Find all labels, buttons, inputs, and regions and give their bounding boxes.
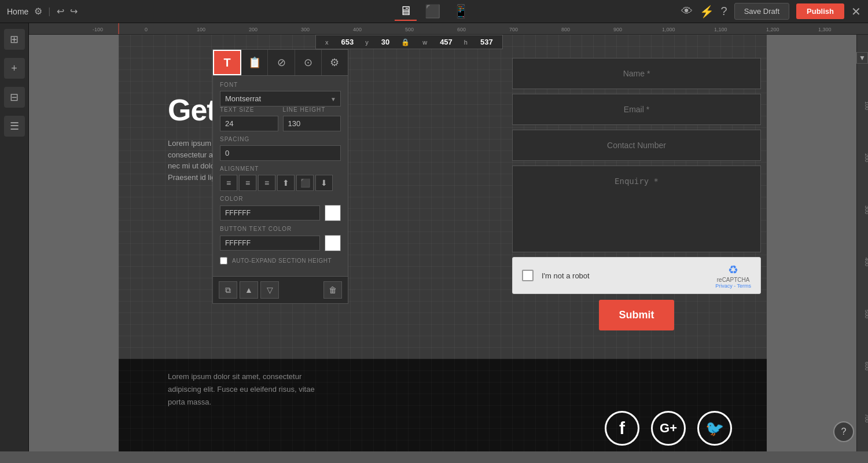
layer-down-btn[interactable]: ▽ bbox=[260, 281, 279, 299]
contact-form: I'm not a robot ♻ reCAPTCHA Privacy - Te… bbox=[512, 58, 761, 330]
color-label: COLOR bbox=[220, 196, 341, 202]
layers-icon[interactable]: ⚡ bbox=[700, 5, 714, 19]
w-value: 457 bbox=[440, 38, 453, 46]
align-center-btn[interactable]: ≡ bbox=[239, 175, 256, 191]
tab-target[interactable]: ⊙ bbox=[295, 50, 322, 75]
left-sidebar: ⊞ + ⊟ ☰ bbox=[0, 23, 29, 451]
svg-text:0: 0 bbox=[145, 27, 148, 32]
captcha-label: I'm not a robot bbox=[542, 271, 590, 280]
text-size-input[interactable] bbox=[220, 116, 278, 131]
panel-body: FONT Montserrat TEXT SIZE bbox=[213, 76, 348, 276]
layer-up-btn[interactable]: ▲ bbox=[240, 281, 258, 299]
close-button[interactable]: ✕ bbox=[851, 5, 861, 19]
text-size-label: TEXT SIZE bbox=[220, 106, 278, 113]
align-left-btn[interactable]: ≡ bbox=[220, 175, 237, 191]
line-height-input[interactable] bbox=[283, 116, 341, 131]
svg-text:600: 600 bbox=[457, 27, 466, 32]
button-color-swatch[interactable] bbox=[325, 235, 341, 251]
tablet-btn[interactable]: ⬛ bbox=[420, 2, 445, 21]
color-swatch[interactable] bbox=[325, 205, 341, 221]
svg-text:300: 300 bbox=[864, 205, 868, 214]
svg-text:200: 200 bbox=[249, 27, 258, 32]
tab-layer[interactable]: ⊘ bbox=[268, 50, 295, 75]
ruler-svg: -100 0 100 200 300 400 500 600 700 800 9… bbox=[29, 23, 868, 35]
svg-text:500: 500 bbox=[864, 310, 868, 318]
svg-text:100: 100 bbox=[864, 101, 868, 110]
scroll-down-arrow[interactable]: ▼ bbox=[856, 52, 868, 64]
recaptcha-brand: reCAPTCHA bbox=[715, 277, 751, 283]
svg-text:200: 200 bbox=[864, 153, 868, 162]
align-top-btn[interactable]: ⬆ bbox=[277, 175, 295, 191]
duplicate-btn[interactable]: ⧉ bbox=[219, 281, 237, 299]
sidebar-apps-icon[interactable]: ⊟ bbox=[4, 87, 25, 108]
name-field[interactable] bbox=[512, 58, 761, 89]
desktop-btn[interactable]: 🖥 bbox=[395, 2, 417, 21]
twitter-icon[interactable]: 🐦 bbox=[697, 411, 732, 446]
svg-text:800: 800 bbox=[561, 27, 570, 32]
horizontal-ruler: -100 0 100 200 300 400 500 600 700 800 9… bbox=[29, 23, 868, 35]
svg-text:-100: -100 bbox=[93, 27, 103, 32]
submit-button[interactable]: Submit bbox=[599, 300, 674, 330]
tab-settings[interactable]: ⚙ bbox=[322, 50, 348, 75]
panel-bottom-right: 🗑 bbox=[323, 281, 342, 299]
footer-section: Lorem ipsum dolor sit amet, consectetur … bbox=[119, 359, 767, 451]
help-button[interactable]: ? bbox=[833, 421, 854, 442]
page-canvas: Get in touc Lorem ipsum dolor sit a cons… bbox=[119, 35, 767, 451]
svg-text:600: 600 bbox=[864, 362, 868, 370]
button-text-color-label: BUTTON TEXT COLOR bbox=[220, 226, 341, 232]
help-icon[interactable]: ? bbox=[721, 5, 727, 18]
tab-text[interactable]: T bbox=[213, 50, 241, 75]
device-switcher: 🖥 ⬛ 📱 bbox=[395, 2, 473, 21]
sidebar-grid-icon[interactable]: ⊞ bbox=[4, 29, 25, 50]
auto-expand-checkbox[interactable] bbox=[220, 257, 227, 264]
h-label: h bbox=[464, 39, 468, 46]
color-hex-input[interactable] bbox=[220, 205, 320, 221]
canvas-area: -100 0 100 200 300 400 500 600 700 800 9… bbox=[29, 23, 868, 451]
save-draft-button[interactable]: Save Draft bbox=[734, 3, 789, 20]
line-height-col: LINE HEIGHT bbox=[283, 106, 341, 131]
align-middle-btn[interactable]: ⬛ bbox=[296, 175, 314, 191]
button-color-row bbox=[220, 235, 341, 251]
text-size-col: TEXT SIZE bbox=[220, 106, 278, 131]
coordinates-bar: x 653 y 30 🔒 w 457 h 537 bbox=[315, 35, 503, 49]
enquiry-field[interactable] bbox=[512, 166, 761, 252]
button-color-hex-input[interactable] bbox=[220, 236, 320, 251]
tab-clipboard[interactable]: 📋 bbox=[241, 50, 268, 75]
lock-icon: 🔒 bbox=[401, 38, 410, 46]
footer-text: Lorem ipsum dolor sit amet, consectetur … bbox=[168, 370, 330, 434]
captcha-checkbox[interactable] bbox=[522, 270, 534, 281]
contact-field[interactable] bbox=[512, 130, 761, 161]
y-value: 30 bbox=[381, 38, 389, 46]
captcha-logo-area: ♻ reCAPTCHA Privacy - Terms bbox=[715, 263, 751, 289]
align-bottom-btn[interactable]: ⬇ bbox=[315, 175, 333, 191]
publish-button[interactable]: Publish bbox=[796, 3, 844, 19]
alignment-buttons: ≡ ≡ ≡ ⬆ ⬛ ⬇ bbox=[220, 175, 341, 191]
panel-bottom: ⧉ ▲ ▽ 🗑 bbox=[213, 276, 348, 303]
email-field[interactable] bbox=[512, 94, 761, 125]
svg-text:1,200: 1,200 bbox=[766, 27, 779, 32]
auto-expand-row: AUTO-EXPAND SECTION HEIGHT bbox=[220, 257, 341, 264]
preview-icon[interactable]: 👁 bbox=[681, 5, 693, 18]
font-select[interactable]: Montserrat bbox=[220, 91, 341, 106]
topbar: Home ⚙ | ↩ ↪ 🖥 ⬛ 📱 👁 ⚡ ? Save Draft Publ… bbox=[0, 0, 868, 23]
social-icons: f G+ 🐦 bbox=[605, 411, 732, 446]
align-right-btn[interactable]: ≡ bbox=[258, 175, 275, 191]
alignment-label: ALIGNMENT bbox=[220, 166, 341, 172]
home-label: Home bbox=[7, 7, 28, 16]
delete-btn[interactable]: 🗑 bbox=[323, 281, 342, 299]
googleplus-icon[interactable]: G+ bbox=[651, 411, 686, 446]
y-label: y bbox=[365, 39, 369, 46]
spacing-input[interactable] bbox=[220, 145, 341, 161]
property-panel: T 📋 ⊘ ⊙ ⚙ FONT Montserrat bbox=[212, 49, 348, 304]
svg-text:900: 900 bbox=[613, 27, 622, 32]
redo-icon[interactable]: ↪ bbox=[70, 6, 78, 17]
h-value: 537 bbox=[480, 38, 493, 46]
mobile-btn[interactable]: 📱 bbox=[448, 2, 473, 21]
right-ruler: 100 200 300 400 500 600 700 bbox=[856, 35, 868, 451]
sidebar-menu-icon[interactable]: ☰ bbox=[4, 116, 25, 137]
sidebar-add-icon[interactable]: + bbox=[4, 58, 25, 79]
undo-icon[interactable]: ↩ bbox=[57, 6, 64, 17]
settings-icon[interactable]: ⚙ bbox=[34, 6, 42, 17]
facebook-icon[interactable]: f bbox=[605, 411, 639, 446]
auto-expand-label: AUTO-EXPAND SECTION HEIGHT bbox=[232, 258, 332, 264]
